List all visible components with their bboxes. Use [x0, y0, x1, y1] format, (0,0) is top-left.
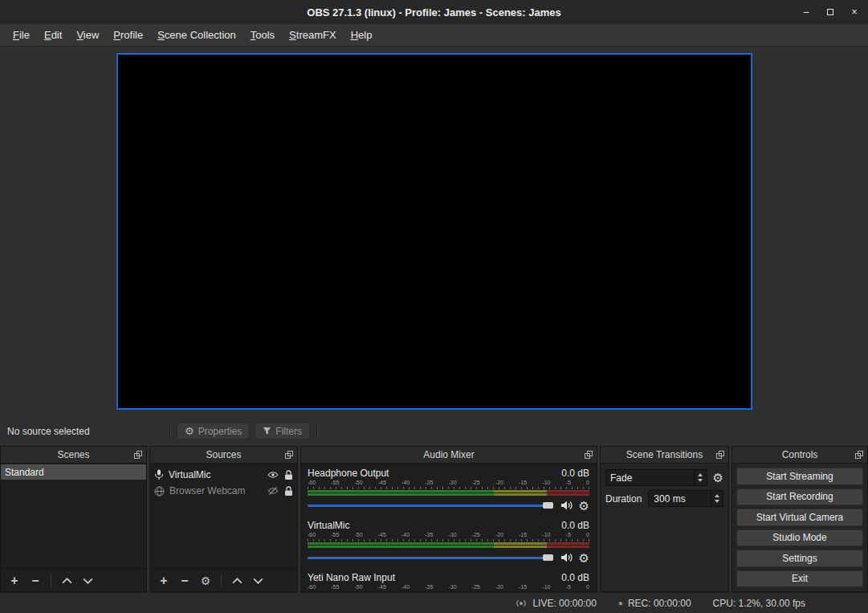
- lock-icon[interactable]: [284, 470, 293, 480]
- move-source-up-button[interactable]: [226, 572, 247, 590]
- source-item-virtualmic[interactable]: VirtualMic: [150, 467, 297, 483]
- scale-tick-label: -30: [448, 532, 456, 538]
- duration-spinbox[interactable]: 300 ms: [648, 490, 723, 507]
- scale-tick-label: -5: [566, 480, 571, 486]
- popout-icon[interactable]: [134, 451, 142, 459]
- lock-icon[interactable]: [284, 486, 293, 497]
- scale-tick-label: -55: [331, 480, 339, 486]
- menu-profile-label: Profile: [113, 29, 143, 41]
- cpu-fps-stats: CPU: 1.2%, 30.00 fps: [713, 598, 805, 609]
- move-scene-down-button[interactable]: [77, 572, 98, 590]
- mixer-channel-headphone-output: Headphone Output 0.0 dB -60-55-50-45-40-…: [308, 468, 589, 511]
- studio-mode-button[interactable]: Studio Mode: [736, 529, 863, 547]
- scene-item-label: Standard: [5, 467, 44, 478]
- volume-slider[interactable]: [308, 501, 553, 510]
- preview-canvas[interactable]: [116, 53, 752, 410]
- menu-scene-collection[interactable]: Scene Collection: [150, 24, 243, 46]
- transitions-dock-header[interactable]: Scene Transitions: [601, 447, 728, 464]
- transition-spinner[interactable]: [694, 470, 706, 485]
- remove-source-button[interactable]: −: [174, 572, 195, 590]
- gear-icon[interactable]: ⚙: [713, 472, 723, 484]
- duration-spinner[interactable]: [711, 491, 723, 506]
- sources-dock-header[interactable]: Sources: [150, 447, 297, 464]
- scale-tick-label: -55: [331, 584, 339, 591]
- slider-handle[interactable]: [543, 554, 553, 561]
- scene-item-standard[interactable]: Standard: [1, 464, 146, 480]
- slider-track[interactable]: [308, 505, 552, 507]
- slider-handle[interactable]: [543, 502, 553, 509]
- volume-meter: [308, 546, 589, 548]
- menu-tools[interactable]: Tools: [243, 24, 282, 46]
- channel-level: 0.0 dB: [561, 468, 589, 480]
- scale-tick-label: -20: [495, 480, 503, 486]
- filters-icon: [263, 427, 271, 435]
- settings-button[interactable]: Settings: [736, 550, 863, 567]
- menu-file[interactable]: File: [6, 24, 37, 46]
- volume-slider[interactable]: [308, 553, 553, 562]
- visibility-eye-icon[interactable]: [267, 471, 279, 479]
- minimize-icon[interactable]: –: [801, 6, 812, 18]
- scale-tick-label: -60: [308, 532, 316, 538]
- popout-icon[interactable]: [285, 451, 293, 459]
- menu-profile[interactable]: Profile: [106, 24, 150, 46]
- scale-tick-label: -55: [331, 532, 339, 538]
- maximize-icon[interactable]: [825, 6, 836, 18]
- channel-name: VirtualMic: [308, 520, 349, 532]
- slider-track[interactable]: [308, 557, 552, 559]
- source-properties-button[interactable]: ⚙: [195, 572, 216, 590]
- popout-icon[interactable]: [716, 451, 724, 459]
- exit-button[interactable]: Exit: [736, 570, 863, 588]
- filters-button[interactable]: Filters: [255, 423, 310, 439]
- add-source-button[interactable]: +: [153, 572, 174, 590]
- volume-meter: [308, 493, 589, 496]
- remove-scene-button[interactable]: −: [25, 572, 46, 590]
- visibility-eye-slash-icon[interactable]: [267, 487, 279, 495]
- start-recording-button[interactable]: Start Recording: [736, 488, 863, 506]
- titlebar[interactable]: OBS 27.1.3 (linux) - Profile: James - Sc…: [0, 0, 868, 24]
- properties-button[interactable]: ⚙ Properties: [177, 423, 250, 439]
- source-item-browser-webcam[interactable]: Browser Webcam: [150, 483, 297, 499]
- popout-icon[interactable]: [855, 451, 863, 459]
- scale-tick-label: -35: [425, 584, 433, 591]
- scale-tick-label: -50: [354, 532, 362, 538]
- move-scene-up-button[interactable]: [56, 572, 77, 590]
- speaker-icon[interactable]: [560, 500, 573, 511]
- controls-dock-header[interactable]: Controls: [732, 447, 867, 464]
- mixer-dock-header[interactable]: Audio Mixer: [301, 447, 597, 464]
- chevron-up-icon: [232, 578, 242, 584]
- speaker-icon[interactable]: [560, 552, 573, 563]
- live-time-label: LIVE: 00:00:00: [532, 598, 596, 609]
- filters-label: Filters: [275, 426, 302, 437]
- sources-list: VirtualMic Browser Webcam: [150, 464, 297, 591]
- gear-icon[interactable]: ⚙: [579, 500, 589, 512]
- scenes-dock-header[interactable]: Scenes: [1, 447, 146, 464]
- audio-mixer-dock: Audio Mixer Headphone Output 0.0 dB -60-…: [300, 446, 597, 592]
- scale-tick-label: -40: [401, 480, 410, 486]
- add-scene-button[interactable]: +: [4, 572, 25, 590]
- scenes-list: Standard + −: [1, 464, 146, 591]
- close-icon[interactable]: ×: [849, 6, 860, 18]
- transition-select[interactable]: Fade: [605, 469, 707, 486]
- start-streaming-button[interactable]: Start Streaming: [736, 468, 863, 485]
- menu-view[interactable]: View: [69, 24, 106, 46]
- minus-icon: −: [181, 574, 188, 587]
- move-source-down-button[interactable]: [247, 572, 268, 590]
- scale-tick-label: -60: [308, 584, 316, 591]
- scale-tick-label: -50: [354, 584, 362, 591]
- mic-icon: [154, 469, 164, 480]
- volume-meter: [308, 542, 589, 545]
- scale-tick-label: -25: [472, 584, 480, 591]
- scale-tick-label: -5: [566, 532, 571, 538]
- maximize-glyph: [827, 9, 833, 15]
- menu-help[interactable]: Help: [344, 24, 380, 46]
- channel-level: 0.0 dB: [561, 520, 589, 532]
- popout-icon[interactable]: [585, 451, 593, 459]
- menu-help-label: Help: [351, 29, 373, 41]
- gear-icon[interactable]: ⚙: [579, 552, 589, 564]
- scale-tick-label: -20: [495, 532, 503, 538]
- menu-edit[interactable]: Edit: [37, 24, 69, 46]
- start-virtual-camera-button[interactable]: Start Virtual Camera: [736, 509, 863, 526]
- menu-streamfx[interactable]: StreamFX: [282, 24, 344, 46]
- channel-name: Headphone Output: [308, 468, 389, 480]
- scale-tick-label: -25: [472, 532, 480, 538]
